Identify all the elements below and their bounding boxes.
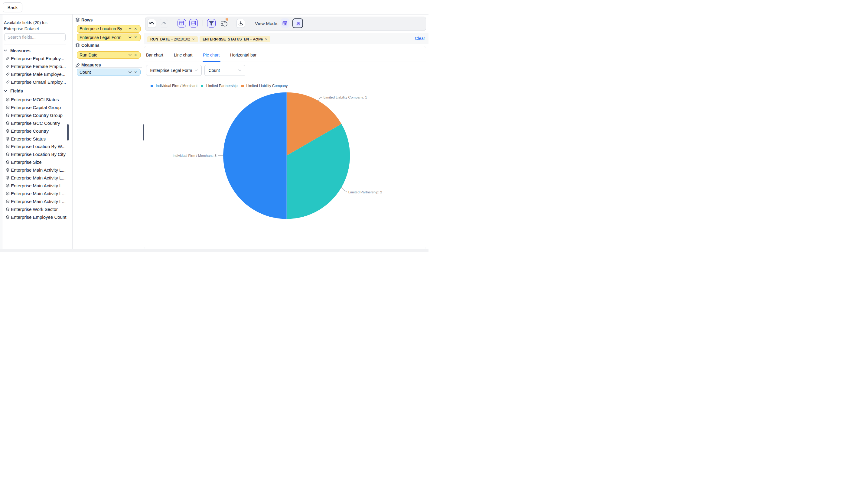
svg-text:Limited Liability Company: 1: Limited Liability Company: 1: [323, 95, 367, 99]
svg-text:Limited Partnership: 2: Limited Partnership: 2: [348, 190, 382, 194]
svg-text:Individual Firm / Merchant: 3: Individual Firm / Merchant: 3: [172, 154, 216, 157]
